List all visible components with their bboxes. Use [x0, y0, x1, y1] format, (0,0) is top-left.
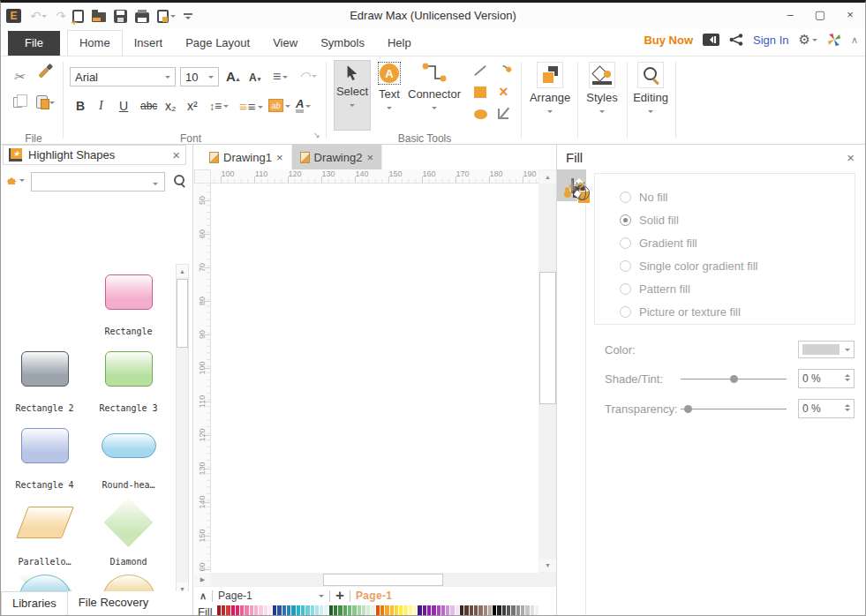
color-swatch[interactable] [525, 605, 529, 616]
library-shape[interactable]: Rectangle 4 [3, 417, 87, 494]
color-swatch[interactable] [531, 605, 534, 616]
color-swatch[interactable] [460, 605, 463, 616]
color-swatch[interactable] [371, 605, 374, 616]
page-selector[interactable]: Page-1 [218, 590, 324, 602]
grow-font-button[interactable]: A [226, 69, 239, 84]
color-swatch[interactable] [432, 605, 435, 616]
color-swatch[interactable] [358, 605, 361, 616]
color-swatch[interactable] [427, 605, 431, 616]
close-button[interactable]: × [835, 3, 865, 26]
color-swatch[interactable] [297, 605, 300, 616]
fill-option[interactable]: Solid fill [620, 208, 855, 231]
font-size-select[interactable]: 10 [180, 67, 219, 86]
color-picker-dropdown[interactable] [798, 341, 855, 358]
transparency-slider[interactable] [681, 409, 787, 409]
library-shape[interactable]: Rectangle 3 [87, 341, 170, 417]
drawing-canvas[interactable] [211, 184, 538, 572]
color-swatch[interactable] [403, 605, 407, 616]
color-swatch[interactable] [423, 605, 426, 616]
color-swatch[interactable] [250, 605, 253, 616]
menu-tab[interactable]: Page Layout [174, 31, 261, 56]
color-swatch[interactable] [418, 605, 421, 616]
text-align-button[interactable] [273, 69, 288, 85]
library-shape[interactable]: Rectangle 2 [3, 341, 87, 417]
color-swatch[interactable] [395, 605, 398, 616]
settings-gear-icon[interactable]: ⚙ [798, 34, 817, 46]
color-swatch[interactable] [535, 605, 538, 616]
color-swatch[interactable] [259, 605, 262, 616]
scroll-right-icon[interactable]: ▶ [194, 573, 211, 586]
subscript-button[interactable]: x₂ [165, 99, 176, 113]
line-spacing-button[interactable] [209, 99, 229, 113]
line-tool-icon[interactable] [472, 64, 488, 78]
search-dropdown-icon[interactable] [153, 183, 158, 188]
drawing-tab[interactable]: Drawing2 [292, 145, 383, 169]
copy-button[interactable] [13, 97, 22, 108]
curved-text-button[interactable] [299, 69, 317, 83]
color-swatch[interactable] [446, 605, 449, 616]
spin-up-icon[interactable] [845, 402, 850, 407]
color-swatch[interactable] [320, 605, 323, 616]
section-close-icon[interactable] [172, 147, 180, 162]
page-tab[interactable]: Page-1 [356, 590, 392, 602]
spin-up-icon[interactable] [845, 372, 850, 377]
color-swatch[interactable] [231, 605, 235, 616]
color-swatch[interactable] [474, 605, 478, 616]
library-shape[interactable]: Parallelo… [3, 494, 87, 571]
color-swatch[interactable] [413, 605, 417, 616]
color-swatch[interactable] [478, 605, 482, 616]
color-swatch[interactable] [484, 605, 487, 616]
color-swatch[interactable] [399, 605, 403, 616]
color-swatch[interactable] [409, 605, 412, 616]
fill-option[interactable]: Pattern fill [620, 277, 855, 300]
font-family-select[interactable]: Arial [70, 67, 176, 86]
color-swatch[interactable] [254, 605, 258, 616]
color-swatch[interactable] [305, 605, 309, 616]
color-swatch[interactable] [376, 605, 380, 616]
color-swatch[interactable] [240, 605, 244, 616]
color-swatch[interactable] [324, 605, 328, 616]
color-swatch[interactable] [282, 605, 286, 616]
color-swatch[interactable] [493, 605, 496, 616]
color-swatch[interactable] [226, 605, 230, 616]
color-swatch[interactable] [236, 605, 239, 616]
color-swatch[interactable] [352, 605, 356, 616]
fill-option[interactable]: Picture or texture fill [620, 300, 855, 323]
shrink-font-button[interactable]: A [249, 71, 260, 84]
horizontal-scrollbar[interactable]: ◀ ▶ [194, 573, 557, 587]
arrange-button[interactable]: Arrange [527, 62, 573, 116]
color-swatch[interactable] [456, 605, 459, 616]
italic-button[interactable]: I [99, 99, 103, 113]
connector-tool-button[interactable]: Connector [404, 62, 464, 112]
color-swatch[interactable] [521, 605, 524, 616]
collapse-ribbon-icon[interactable]: ∧ [851, 34, 858, 46]
color-swatch[interactable] [385, 605, 388, 616]
cut-button[interactable] [13, 69, 25, 85]
minimize-button[interactable]: – [775, 3, 805, 26]
shade-tint-spinner[interactable]: 0 % [798, 369, 855, 388]
color-swatch[interactable] [301, 605, 305, 616]
library-shape[interactable]: Rectangle [87, 264, 170, 341]
library-home-button[interactable] [6, 174, 25, 185]
help-icon[interactable] [557, 169, 586, 201]
color-swatch[interactable] [450, 605, 454, 616]
fill-option[interactable]: No fill [620, 185, 855, 208]
slider-handle[interactable] [684, 405, 692, 413]
color-swatch[interactable] [390, 605, 394, 616]
color-swatch[interactable] [343, 605, 347, 616]
tab-close-icon[interactable] [366, 151, 373, 164]
color-swatch[interactable] [217, 605, 221, 616]
color-swatch[interactable] [366, 605, 370, 616]
crop-tool-icon[interactable] [495, 107, 511, 121]
color-swatch[interactable] [464, 605, 468, 616]
strikethrough-button[interactable]: abc [140, 100, 157, 112]
text-highlight-button[interactable]: ab [268, 99, 290, 112]
color-swatch[interactable] [222, 605, 225, 616]
search-icon[interactable] [173, 174, 185, 186]
color-swatch[interactable] [315, 605, 319, 616]
format-painter-button[interactable] [38, 71, 49, 75]
library-scrollbar[interactable]: ▲ ▼ [176, 264, 189, 596]
buy-now-link[interactable]: Buy Now [644, 34, 693, 47]
menu-tab[interactable]: Help [376, 31, 423, 56]
color-swatch[interactable] [264, 605, 267, 616]
